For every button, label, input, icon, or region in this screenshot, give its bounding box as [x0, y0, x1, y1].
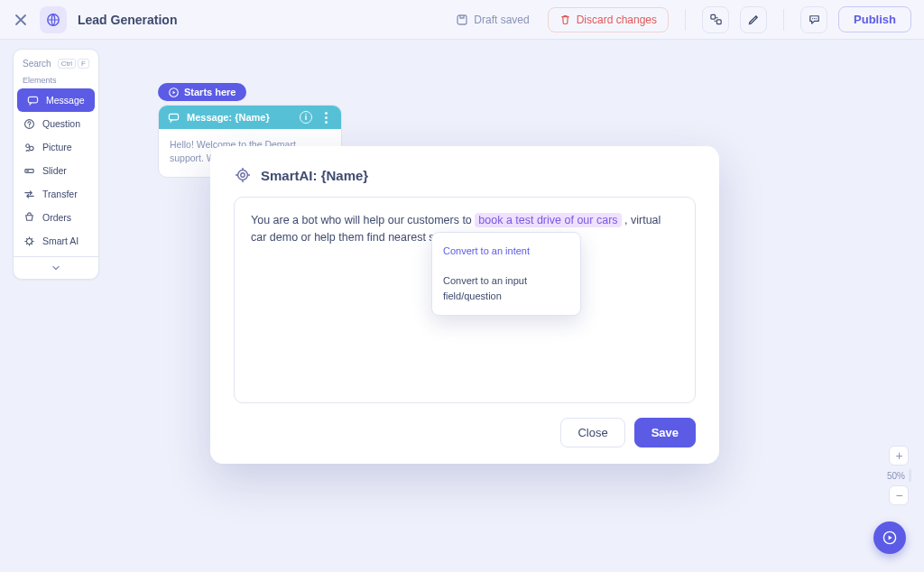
selection-context-menu: Convert to an intent Convert to an input…: [431, 232, 581, 316]
separator: [783, 9, 784, 31]
svg-rect-3: [716, 20, 721, 24]
svg-point-4: [812, 18, 813, 19]
smartai-icon: [234, 166, 252, 184]
ctx-convert-intent[interactable]: Convert to an intent: [432, 236, 580, 266]
toolbar-edit-button[interactable]: [740, 6, 767, 33]
channel-badge[interactable]: [40, 6, 67, 33]
highlighted-phrase[interactable]: book a test drive of our cars: [475, 213, 621, 227]
discard-changes-button[interactable]: Discard changes: [548, 7, 669, 32]
publish-button[interactable]: Publish: [838, 6, 911, 32]
pencil-icon: [747, 14, 760, 26]
close-editor-button[interactable]: [13, 12, 29, 28]
svg-point-18: [238, 171, 248, 180]
top-bar: Lead Generation Draft saved Discard chan…: [0, 0, 924, 40]
save-icon: [456, 14, 468, 26]
close-icon: [14, 14, 27, 26]
trash-icon: [559, 14, 571, 25]
chat-icon: [808, 13, 821, 26]
ctx-convert-input[interactable]: Convert to an input field/question: [432, 266, 580, 311]
modal-actions: Close Save: [234, 418, 696, 447]
svg-point-6: [815, 18, 816, 19]
toolbar-chat-button[interactable]: [800, 6, 827, 33]
prompt-editor[interactable]: You are a bot who will help our customer…: [234, 197, 696, 403]
layers-icon: [709, 13, 723, 26]
draft-saved-status: Draft saved: [456, 14, 529, 26]
prompt-text-pre: You are a bot who will help our customer…: [251, 214, 475, 226]
modal-title-text: SmartAI: {Name}: [261, 168, 368, 183]
modal-save-button[interactable]: Save: [634, 418, 696, 447]
svg-rect-2: [710, 14, 715, 19]
page-title: Lead Generation: [78, 13, 177, 27]
toolbar-action-1[interactable]: [702, 6, 729, 33]
modal-close-button[interactable]: Close: [560, 418, 624, 447]
svg-point-5: [813, 18, 814, 19]
canvas-area: Search CtrlF Elements Message Question P…: [0, 40, 924, 572]
separator: [685, 9, 686, 31]
discard-label: Discard changes: [577, 14, 657, 26]
svg-point-19: [241, 173, 245, 177]
draft-saved-label: Draft saved: [474, 14, 529, 26]
svg-rect-1: [457, 15, 467, 24]
smartai-modal: SmartAI: {Name} You are a bot who will h…: [210, 146, 719, 464]
globe-icon: [46, 13, 60, 27]
modal-title: SmartAI: {Name}: [234, 166, 696, 184]
modal-overlay: SmartAI: {Name} You are a bot who will h…: [0, 40, 924, 572]
